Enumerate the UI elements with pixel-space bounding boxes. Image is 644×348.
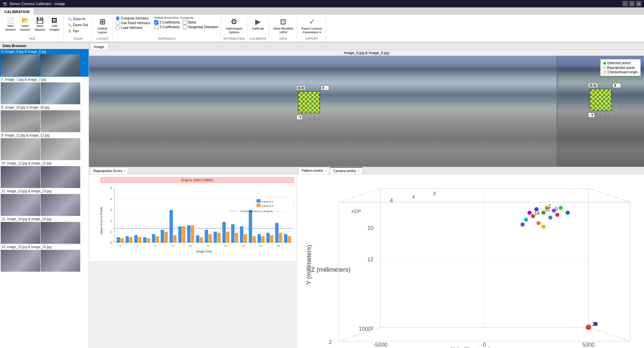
zoom-in-button[interactable]: 🔍 Zoom In [66,16,89,22]
x-tick-0-3d: 0 [483,342,486,348]
load-intrinsics-radio[interactable] [116,26,120,30]
sidebar-item-6[interactable]: 6: Image_6.jpg & Image_6.jpg [0,49,89,77]
new-session-button[interactable]: 📄 NewSession [3,16,17,33]
image-container: (0,0) X→ ↓Y [89,56,644,167]
item-13-thumb-left [1,250,40,272]
x-tick-18: 18 [260,244,263,247]
left-coord-00: (0,0) [296,85,306,90]
tangential-label: Tangential Distortion [188,25,219,29]
compute-intrinsics-radio[interactable] [116,16,120,21]
sidebar-item-10[interactable]: 10: image_12.jpg & image_12.jpg [0,161,89,189]
legend-checkerboard-label: Checkerboard origin [607,70,638,74]
svg-point-18 [615,104,617,105]
svg-point-3 [320,106,321,108]
bar-7-cam1 [170,210,173,243]
x-tick-8: 8 [172,244,174,247]
3coeff-option[interactable]: 3 Coefficients [154,25,180,29]
x-tick-n5000: -5000 [373,342,387,348]
svg-point-2 [316,106,317,108]
reprojection-chart-svg: Mean Error in Pixels 0 1 2 [99,184,295,258]
zoom-group-label: ZOOM [73,36,82,40]
ribbon: CALIBRATION 📄 NewSession 📂 OpenSession 💾… [0,7,644,43]
skew-checkbox[interactable] [183,20,187,25]
image-tab-bar: Image [89,43,644,50]
ribbon-tab-calibration[interactable]: CALIBRATION [0,8,34,15]
sidebar-item-11[interactable]: 11: image_13.jpg & image_13.jpg [0,189,89,217]
pt-10 [559,206,563,210]
skew-label: Skew [188,21,196,24]
outlier-bar[interactable]: Drag to select outliers [100,177,294,183]
export-content: ✓ Export CameraParameters ▾ [300,16,324,36]
2coeff-checkbox[interactable] [154,20,158,25]
reprojection-errors-tab[interactable]: Reprojection Errors × [90,167,128,174]
right-points-svg: + + [600,101,622,123]
thumb-inner-11-left [1,194,40,216]
bar-19-cam2 [279,233,282,242]
svg-point-5 [311,111,313,112]
sidebar-item-7[interactable]: 7: Image_7.jpg & Image_7.jpg [0,77,89,105]
use-fixed-option[interactable]: Use Fixed Intrinsics [116,21,150,25]
svg-point-6 [316,111,317,112]
compute-intrinsics-option[interactable]: Compute Intrinsics [116,16,150,21]
ribbon-body: 📄 NewSession 📂 OpenSession 💾 SaveSession… [0,15,644,42]
item-12-images [0,222,89,244]
pan-button[interactable]: ✋ Pan [66,28,89,34]
thumb-inner-13-right [41,250,80,272]
minimize-button[interactable]: − [623,1,628,6]
calibrate-icon: ▶ [255,17,261,26]
sidebar-item-8[interactable]: 8: image_10.jpg & image_10.jpg [0,105,89,133]
load-intrinsics-option[interactable]: Load Intrinsics [116,26,150,30]
calibrate-button[interactable]: ▶ Calibrate [250,16,266,32]
x-axis-label: Image Pairs [196,250,212,253]
left-coord-x: X→ [321,85,329,90]
sidebar-item-9[interactable]: 9: image_11.jpg & image_11.jpg [0,133,89,161]
right-coord-x: X→ [613,83,621,88]
pt-label-3: 2 [548,203,551,209]
intrinsics-content: Compute Intrinsics Use Fixed Intrinsics … [116,16,218,36]
legend-reprojected-label: Reprojected points [607,66,635,70]
pattern-centric-tab[interactable]: Pattern-centric × [298,167,329,174]
camera-centric-close[interactable]: × [358,169,359,172]
tangential-option[interactable]: Tangential Distortion [183,25,219,29]
item-7-thumb-right [41,82,80,104]
coeff-group: 2 Coefficients 3 Coefficients [154,20,180,29]
sidebar-item-13[interactable]: 13: image_15.jpg & image_15.jpg [0,244,89,272]
tangential-checkbox[interactable] [183,25,187,29]
image-tab[interactable]: Image [90,43,108,50]
zoom-out-button[interactable]: 🔍 Zoom Out [66,22,89,28]
camera-centric-tab[interactable]: Camera-centric × [330,167,362,174]
svg-point-9 [311,115,313,116]
export-camera-button[interactable]: ✓ Export CameraParameters ▾ [300,16,324,36]
bar-17-cam2 [261,236,265,242]
skew-option[interactable]: Skew [183,20,219,25]
thumb-inner-12-left [1,222,40,244]
save-session-button[interactable]: 💾 SaveSession [33,16,47,33]
optimization-options-button[interactable]: ⚙ OptimizationOptions [224,16,244,36]
2coeff-option[interactable]: 2 Coefficients [154,20,180,25]
x-tick-12: 12 [206,244,210,247]
bar-11-cam1 [205,230,208,242]
save-session-label: SaveSession [35,24,45,32]
close-button[interactable]: ✕ [636,1,641,6]
show-rectified-button[interactable]: ⊡ Show RectifiedVIEW [271,16,295,36]
pattern-centric-close[interactable]: × [325,169,326,172]
bottom-panels: Reprojection Errors × Drag to select out… [89,167,644,261]
reprojection-errors-close[interactable]: × [124,169,125,172]
data-browser-header: Data Browser [0,43,89,49]
legend-detected-dot [603,62,606,65]
x-tick-20: 20 [277,244,280,247]
add-images-button[interactable]: 🖼 AddImages [48,16,61,33]
pt-bottom-1 [586,324,591,330]
maximize-button[interactable]: □ [629,1,635,6]
thumb-inner-7-left [1,82,40,104]
use-fixed-radio[interactable] [116,21,120,25]
open-session-label: OpenSession [20,24,31,32]
open-session-button[interactable]: 📂 OpenSession [18,16,32,33]
thumb-inner-12-right [41,222,80,244]
default-layout-button[interactable]: ⊞ DefaultLayout [96,16,109,36]
sidebar-item-12[interactable]: 12: image_14.jpg & image_14.jpg [0,217,89,244]
ribbon-group-view: ⊡ Show RectifiedVIEW VIEW [269,15,297,41]
y-tick-1: 1 [110,230,112,233]
file-group-label: FILE [29,36,36,40]
3coeff-checkbox[interactable] [154,25,158,29]
